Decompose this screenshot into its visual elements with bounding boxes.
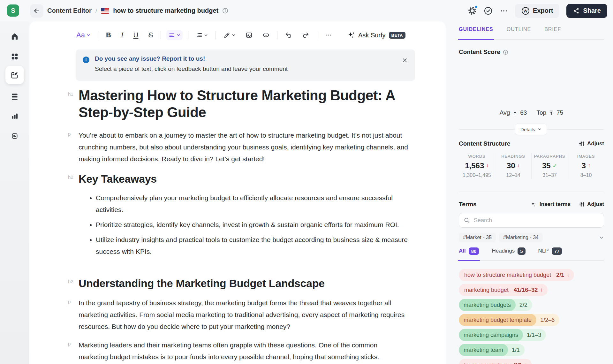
strikethrough-button[interactable]: S: [146, 30, 155, 41]
tab-brief[interactable]: BRIEF: [544, 27, 561, 39]
banner-title: Do you see any issue? Report it to us!: [95, 55, 205, 62]
term-pill[interactable]: marketing budget41/16–32↓: [459, 284, 548, 296]
terms-search: [459, 213, 604, 228]
avg-value: 63: [520, 109, 527, 116]
insert-image-button[interactable]: [243, 30, 255, 41]
underline-button[interactable]: U: [131, 30, 140, 41]
bullet-item[interactable]: Prioritize strategies, identify key chan…: [96, 219, 409, 231]
redo-button[interactable]: [300, 30, 311, 41]
term-pill[interactable]: marketing team1/1: [459, 344, 525, 356]
paragraph-text[interactable]: You’re about to embark on a journey to m…: [79, 129, 409, 165]
check-circle-icon[interactable]: [484, 6, 493, 15]
sidebar-item-home[interactable]: [5, 27, 24, 46]
close-icon[interactable]: [402, 57, 408, 64]
doc-heading-takeaways[interactable]: h2 Key Takeaways: [79, 172, 409, 185]
doc-paragraph-landscape-1[interactable]: p In the grand tapestry of business stra…: [79, 297, 409, 332]
toolbar-divider: [98, 31, 98, 39]
settings-gear-icon[interactable]: [468, 6, 477, 15]
sidebar-item-content-editor[interactable]: [5, 66, 24, 84]
editor-card: Aa B I U S 12: [29, 21, 446, 364]
chevron-down-icon[interactable]: [599, 235, 604, 240]
paragraph-text[interactable]: Marketing leaders and their marketing te…: [79, 339, 409, 363]
doc-paragraph-landscape-2[interactable]: p Marketing leaders and their marketing …: [79, 339, 409, 363]
filter-tab-label: NLP: [538, 248, 549, 254]
filter-tab-headings[interactable]: Headings 5: [492, 247, 525, 260]
chevron-down-icon: [538, 127, 541, 131]
filter-tab-all[interactable]: All 80: [459, 247, 479, 260]
doc-heading-1[interactable]: h1 Mastering How to Structure Marketing …: [79, 87, 409, 121]
stat-range: 12–14: [496, 172, 530, 178]
us-flag-icon: [101, 8, 109, 14]
panel-tabs: GUIDELINES OUTLINE BRIEF: [459, 27, 604, 40]
block-type-label: p: [68, 131, 71, 137]
bold-button[interactable]: B: [104, 30, 113, 41]
doc-heading-landscape[interactable]: h2 Understanding the Marketing Budget La…: [79, 277, 409, 290]
breadcrumb: Content Editor / how to structure market…: [47, 0, 228, 21]
heading-text[interactable]: Understanding the Marketing Budget Lands…: [79, 277, 409, 290]
ask-surfy-button[interactable]: Ask Surfy BETA: [347, 31, 405, 39]
share-button[interactable]: Share: [566, 4, 607, 18]
term-text: marketing budget: [459, 284, 511, 296]
term-pill[interactable]: marketing budget template1/2–6: [459, 314, 559, 326]
export-label: Export: [533, 7, 553, 14]
sidebar-item-analytics[interactable]: [5, 107, 24, 125]
sidebar-item-notes[interactable]: [5, 127, 24, 145]
tab-outline[interactable]: OUTLINE: [507, 27, 531, 39]
doc-paragraph-intro[interactable]: p You’re about to embark on a journey to…: [79, 129, 409, 165]
logo-letter: S: [11, 7, 15, 14]
left-sidebar: [0, 21, 29, 364]
sidebar-item-dashboard[interactable]: [5, 47, 24, 66]
block-type-label: p: [68, 299, 71, 304]
filter-tab-nlp[interactable]: NLP 77: [538, 247, 562, 260]
trend-arrow-icon: ↑: [588, 163, 591, 169]
term-pill[interactable]: marketing budgets2/2: [459, 299, 532, 311]
doc-bullet-list[interactable]: Comprehensively plan your marketing budg…: [79, 192, 409, 261]
info-icon[interactable]: [222, 8, 228, 14]
back-button[interactable]: [30, 4, 43, 18]
grid-icon: [11, 52, 19, 61]
align-menu[interactable]: [166, 30, 183, 40]
term-pill[interactable]: how to structure marketing budget2/1↓: [459, 269, 574, 281]
topic-chip[interactable]: #Market - 35: [459, 233, 496, 242]
tab-guidelines[interactable]: GUIDELINES: [459, 27, 493, 39]
term-count: 2/2: [516, 299, 532, 311]
bullet-list[interactable]: Comprehensively plan your marketing budg…: [79, 192, 409, 257]
sidebar-item-audit[interactable]: [5, 87, 24, 106]
search-input[interactable]: [473, 217, 599, 224]
bullet-item[interactable]: Utilize industry insights and practical …: [96, 234, 409, 257]
doc-title-text[interactable]: Mastering How to Structure Marketing Bud…: [79, 87, 409, 121]
breadcrumb-section[interactable]: Content Editor: [47, 7, 92, 14]
highlight-pen-menu[interactable]: [221, 30, 238, 41]
terms-adjust-button[interactable]: Adjust: [579, 201, 604, 208]
block-type-label: h2: [68, 279, 73, 284]
paragraph-text[interactable]: In the grand tapestry of business strate…: [79, 297, 409, 332]
document-title[interactable]: how to structure marketing budget: [113, 7, 218, 14]
terms-title: Terms: [459, 201, 477, 208]
notification-dot: [474, 5, 478, 9]
info-icon[interactable]: [503, 49, 508, 55]
insert-link-button[interactable]: [260, 30, 272, 41]
heading-text[interactable]: Key Takeaways: [79, 172, 409, 185]
score-details-button[interactable]: Details: [515, 124, 547, 135]
italic-button[interactable]: I: [119, 30, 126, 41]
content-score-header: Content Score: [459, 49, 604, 56]
toolbar-divider: [188, 31, 188, 39]
insert-terms-button[interactable]: Insert terms: [530, 201, 571, 208]
topic-chip[interactable]: #Marketing - 34: [499, 233, 543, 242]
undo-button[interactable]: [283, 30, 294, 41]
export-button[interactable]: W Export: [515, 4, 559, 18]
term-count: 1/1–3: [523, 329, 546, 341]
term-pill[interactable]: marketing campaigns1/1–3: [459, 329, 546, 341]
app-logo[interactable]: S: [7, 4, 19, 17]
term-pill[interactable]: business strategy3/1↓: [459, 359, 532, 364]
filter-tab-count: 80: [469, 247, 479, 255]
wordpress-icon: W: [521, 7, 530, 15]
font-style-menu[interactable]: Aa: [74, 30, 93, 41]
adjust-label: Adjust: [587, 140, 604, 147]
stat-images: IMAGES 3↑ 8–10: [568, 153, 604, 179]
structure-adjust-button[interactable]: Adjust: [579, 140, 604, 147]
more-options-icon[interactable]: [500, 7, 508, 15]
list-menu[interactable]: 12: [194, 30, 210, 40]
bullet-item[interactable]: Comprehensively plan your marketing budg…: [96, 192, 409, 216]
toolbar-more-button[interactable]: [322, 30, 334, 41]
